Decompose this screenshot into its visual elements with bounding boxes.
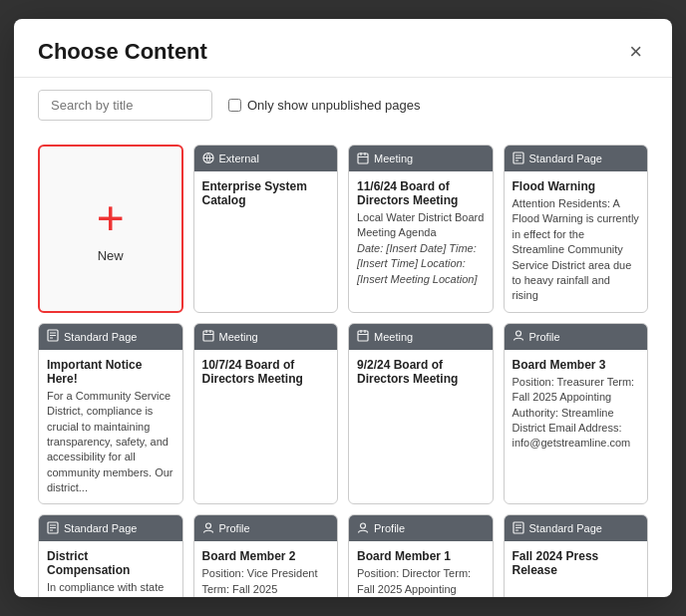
card-type-icon: [202, 329, 214, 344]
content-card[interactable]: Standard PageDistrict CompensationIn com…: [38, 514, 183, 597]
content-card[interactable]: Standard PageFall 2024 Press Release: [504, 514, 649, 597]
card-description: In compliance with state law, we provide…: [47, 580, 174, 597]
card-body: 10/7/24 Board of Directors Meeting: [194, 350, 338, 504]
card-description: Local Water District Board Meeting Agend…: [357, 210, 485, 241]
content-grid: + New ExternalEnterprise System CatalogM…: [38, 145, 648, 597]
card-body: Board Member 2Position: Vice President T…: [194, 541, 338, 597]
card-header: Meeting: [194, 324, 338, 350]
card-type-label: External: [219, 153, 259, 164]
content-card[interactable]: Meeting9/2/24 Board of Directors Meeting: [348, 323, 494, 505]
card-title: 9/2/24 Board of Directors Meeting: [357, 358, 485, 386]
card-type-label: Standard Page: [64, 522, 137, 534]
svg-point-27: [205, 523, 210, 528]
card-description: Attention Residents: A Flood Warning is …: [513, 196, 640, 304]
card-type-label: Standard Page: [529, 522, 602, 534]
card-header: Profile: [349, 515, 493, 541]
choose-content-modal: Choose Content × Only show unpublished p…: [14, 19, 672, 597]
card-description: For a Community Service District, compli…: [47, 389, 174, 496]
svg-point-22: [515, 331, 520, 336]
content-card[interactable]: ExternalEnterprise System Catalog: [193, 145, 339, 313]
card-title: 11/6/24 Board of Directors Meeting: [357, 179, 485, 207]
content-card[interactable]: Meeting11/6/24 Board of Directors Meetin…: [348, 145, 494, 313]
card-type-icon: [47, 521, 59, 536]
card-type-icon: [513, 329, 524, 344]
content-card[interactable]: ProfileBoard Member 1Position: Director …: [348, 514, 494, 597]
card-body: Board Member 1Position: Director Term: F…: [349, 541, 493, 597]
unpublished-checkbox[interactable]: [228, 99, 241, 112]
card-type-label: Meeting: [374, 153, 413, 164]
card-type-icon: [513, 521, 524, 536]
card-title: Board Member 2: [202, 549, 330, 563]
content-card[interactable]: Standard PageFlood WarningAttention Resi…: [504, 145, 649, 313]
card-type-label: Meeting: [374, 331, 413, 343]
card-description: Position: Director Term: Fall 2025 Appoi…: [357, 566, 485, 597]
modal-title: Choose Content: [38, 39, 207, 65]
new-content-card[interactable]: + New: [38, 145, 183, 313]
unpublished-filter-label[interactable]: Only show unpublished pages: [228, 98, 420, 113]
plus-icon: +: [97, 194, 125, 242]
card-header: External: [194, 146, 338, 171]
content-card[interactable]: ProfileBoard Member 3Position: Treasurer…: [504, 323, 649, 505]
card-type-label: Profile: [374, 522, 405, 534]
card-body: Board Member 3Position: Treasurer Term: …: [505, 350, 648, 504]
card-description: Position: Vice President Term: Fall 2025…: [202, 566, 330, 597]
card-header: Standard Page: [505, 515, 648, 541]
card-body: Enterprise System Catalog: [194, 171, 338, 312]
content-card[interactable]: Meeting10/7/24 Board of Directors Meetin…: [193, 323, 339, 505]
card-description: Position: Treasurer Term: Fall 2025 Appo…: [513, 375, 640, 452]
card-body: 11/6/24 Board of Directors MeetingLocal …: [349, 171, 493, 312]
card-type-icon: [513, 152, 524, 166]
card-title: Fall 2024 Press Release: [513, 549, 640, 577]
card-type-icon: [357, 329, 369, 344]
card-type-icon: [357, 152, 369, 166]
search-input[interactable]: [38, 90, 212, 121]
card-type-icon: [202, 521, 214, 536]
modal-overlay: Choose Content × Only show unpublished p…: [0, 0, 686, 616]
card-type-icon: [357, 521, 369, 536]
card-header: Standard Page: [39, 324, 182, 350]
card-type-label: Standard Page: [529, 153, 602, 164]
card-extra: Date: [Insert Date] Time: [Insert Time] …: [357, 241, 485, 287]
card-title: Board Member 1: [357, 549, 485, 563]
card-body: District CompensationIn compliance with …: [39, 541, 182, 597]
card-type-label: Standard Page: [64, 331, 137, 343]
svg-point-28: [361, 523, 366, 528]
close-button[interactable]: ×: [623, 39, 648, 65]
card-body: Important Notice Here!For a Community Se…: [39, 350, 182, 504]
svg-rect-14: [203, 331, 213, 341]
content-card[interactable]: Standard PageImportant Notice Here!For a…: [38, 323, 183, 505]
card-header: Profile: [194, 515, 338, 541]
card-type-label: Profile: [219, 522, 250, 534]
card-title: Enterprise System Catalog: [202, 179, 330, 207]
content-card[interactable]: ProfileBoard Member 2Position: Vice Pres…: [193, 514, 339, 597]
svg-rect-2: [358, 154, 368, 163]
card-type-label: Profile: [529, 331, 560, 343]
content-grid-container: + New ExternalEnterprise System CatalogM…: [14, 133, 672, 597]
card-title: 10/7/24 Board of Directors Meeting: [202, 358, 330, 386]
modal-header: Choose Content ×: [14, 19, 672, 78]
card-header: Standard Page: [505, 146, 648, 171]
card-body: Flood WarningAttention Residents: A Floo…: [505, 171, 648, 312]
card-type-icon: [47, 329, 59, 344]
card-header: Meeting: [349, 146, 493, 171]
card-header: Meeting: [349, 324, 493, 350]
new-card-label: New: [98, 248, 124, 263]
svg-rect-18: [358, 331, 368, 341]
card-type-icon: [202, 152, 214, 166]
card-title: Flood Warning: [513, 179, 640, 193]
card-body: 9/2/24 Board of Directors Meeting: [349, 350, 493, 504]
card-body: Fall 2024 Press Release: [505, 541, 648, 597]
card-title: Important Notice Here!: [47, 358, 174, 386]
card-header: Profile: [505, 324, 648, 350]
card-title: District Compensation: [47, 549, 174, 577]
card-title: Board Member 3: [513, 358, 640, 372]
modal-toolbar: Only show unpublished pages: [14, 78, 672, 133]
card-type-label: Meeting: [219, 331, 258, 343]
card-header: Standard Page: [39, 515, 182, 541]
